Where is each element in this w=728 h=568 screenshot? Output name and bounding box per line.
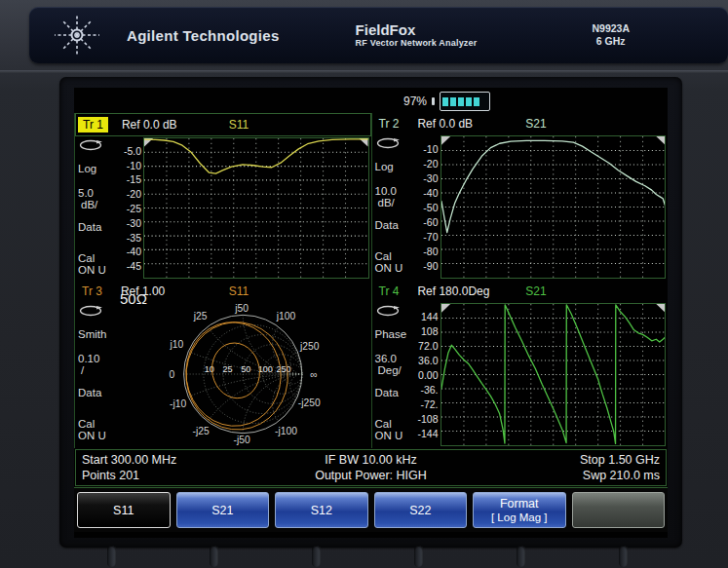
svg-text:-j50: -j50	[233, 435, 249, 445]
top-branding-plate: Agilent Technologies FieldFox RF Vector …	[29, 7, 728, 63]
softkey-format[interactable]: Format [ Log Mag ]	[473, 492, 566, 528]
trace3-scale-unit: /	[78, 364, 117, 376]
trace2-ref-level: Ref 0.0 dB	[417, 117, 473, 131]
battery-icon	[440, 92, 490, 111]
trace3-cal-label: Cal	[78, 418, 117, 430]
knob-icon	[79, 139, 117, 153]
trace2-scale-value: 10.0	[375, 185, 414, 197]
svg-text:j25: j25	[193, 311, 208, 322]
bezel-groove	[107, 546, 116, 567]
lcd-screen: 97% Tr 1 Ref 0.0 dB S11 Log 5.0 dB/	[74, 88, 668, 538]
softkey-s22[interactable]: S22	[374, 492, 468, 528]
trace2-sparam: S21	[525, 117, 546, 131]
battery-nub	[432, 97, 435, 105]
trace1-plot	[143, 137, 369, 279]
trace2-plot	[441, 135, 667, 279]
trace2-cal-status: ON U	[375, 262, 414, 274]
trace4-cal-status: ON U	[375, 430, 414, 441]
softkey-s21[interactable]: S21	[176, 492, 270, 528]
bezel-groove	[414, 546, 423, 567]
stop-frequency: Stop 1.50 GHz	[467, 452, 660, 468]
trace1-ref-level: Ref 0.0 dB	[122, 118, 177, 132]
svg-text:-j25: -j25	[193, 426, 210, 436]
output-power: Output Power: HIGH	[275, 468, 468, 483]
trace2-quadrant: Tr 2 Ref 0.0 dB S21 Log 10.0 dB/ Data Ca…	[371, 113, 669, 281]
knob-icon	[79, 305, 117, 319]
trace2-y-axis: -10-20-30-40-50-60-70-80-90	[414, 134, 441, 281]
svg-text:0: 0	[170, 369, 175, 380]
trace4-y-axis: 14410872.036.00.00-36.-72.-108-144	[414, 302, 441, 448]
trace3-chip: Tr 3	[77, 284, 107, 299]
sweep-time: Swp 210.0 ms	[467, 468, 660, 483]
trace4-format-label: Phase	[375, 328, 414, 340]
softkey-s11[interactable]: S11	[77, 492, 171, 528]
svg-text:250: 250	[277, 364, 291, 374]
trace3-scale-value: 0.10	[78, 353, 117, 364]
start-frequency: Start 300.00 MHz	[82, 452, 275, 468]
trace2-cal-label: Cal	[375, 250, 414, 262]
trace1-chip: Tr 1	[78, 117, 108, 133]
battery-indicator: 97%	[403, 92, 490, 111]
trace1-y-axis: -5.0-10-15-20-25-30-35-40-45	[117, 136, 143, 281]
status-right: Stop 1.50 GHz Swp 210.0 ms	[467, 452, 660, 483]
svg-text:-j10: -j10	[170, 398, 186, 409]
bezel-groove	[210, 546, 218, 567]
trace3-smith-chart: j10j25j50j100j2500∞-j10-j25-j50-j100-j25…	[117, 302, 369, 446]
trace3-system-impedance: 50Ω	[120, 290, 147, 307]
trace4-ref-level: Ref 180.0Deg	[417, 284, 489, 298]
trace1-controls: Log 5.0 dB/ Data Cal ON U	[75, 136, 117, 281]
trace4-scale-unit: Deg/	[375, 364, 414, 376]
softkey-blank[interactable]	[572, 492, 666, 528]
svg-text:j100: j100	[276, 311, 296, 322]
trace4-plot	[441, 303, 667, 446]
svg-text:∞: ∞	[310, 369, 317, 380]
brand-name: Agilent Technologies	[127, 27, 280, 44]
trace-quadrants: Tr 1 Ref 0.0 dB S11 Log 5.0 dB/ Data Cal…	[74, 113, 668, 448]
softkey-bar: S11 S21 S12 S22 Format [ Log Mag ]	[74, 487, 668, 532]
trace1-scale-unit: dB/	[78, 199, 117, 210]
svg-text:j10: j10	[169, 339, 183, 350]
product-name-block: FieldFox RF Vector Network Analyzer	[356, 21, 478, 49]
battery-percent: 97%	[403, 95, 427, 108]
agilent-starburst-icon	[45, 11, 109, 59]
trace1-cal-label: Cal	[78, 252, 117, 264]
knob-icon	[376, 137, 414, 151]
product-subtitle: RF Vector Network Analyzer	[356, 38, 478, 48]
trace4-sparam: S21	[525, 284, 546, 298]
trace3-format-label: Smith	[78, 328, 117, 340]
knob-icon	[376, 305, 414, 319]
model-number: N9923A	[592, 22, 630, 35]
trace2-scale-unit: dB/	[375, 197, 414, 208]
trace4-scale-value: 36.0	[375, 353, 414, 364]
points-count: Points 201	[82, 468, 275, 483]
model-frequency: 6 GHz	[592, 35, 630, 48]
trace2-chip: Tr 2	[374, 116, 404, 132]
svg-text:100: 100	[258, 364, 273, 374]
trace1-cal-status: ON U	[78, 264, 117, 276]
trace4-chip: Tr 4	[374, 284, 404, 299]
model-block: N9923A 6 GHz	[592, 22, 630, 47]
softkey-s12[interactable]: S12	[275, 492, 368, 528]
trace1-data-label: Data	[78, 221, 117, 233]
trace1-header: Tr 1 Ref 0.0 dB S11	[75, 113, 371, 136]
trace1-sparam: S11	[229, 118, 249, 132]
trace3-controls: Smith 0.10 / Data Cal ON U	[75, 302, 117, 448]
bezel-groove	[619, 546, 628, 567]
if-bandwidth: IF BW 10.00 kHz	[275, 452, 468, 468]
system-bar: 97%	[74, 88, 668, 113]
trace3-cal-status: ON U	[78, 430, 117, 441]
svg-text:-j250: -j250	[298, 398, 321, 408]
trace4-controls: Phase 36.0 Deg/ Data Cal ON U	[372, 302, 414, 448]
bezel-groove	[312, 546, 321, 567]
sweep-status-bar: Start 300.00 MHz Points 201 IF BW 10.00 …	[75, 449, 667, 486]
product-name: FieldFox	[356, 21, 478, 38]
svg-text:-j100: -j100	[275, 426, 297, 436]
svg-text:j50: j50	[234, 303, 249, 314]
trace2-format-label: Log	[375, 161, 414, 172]
trace1-format-label: Log	[78, 163, 117, 174]
svg-text:10: 10	[205, 364, 214, 374]
trace3-sparam: S11	[229, 284, 249, 298]
status-left: Start 300.00 MHz Points 201	[82, 452, 275, 483]
svg-text:25: 25	[222, 364, 232, 374]
trace1-quadrant: Tr 1 Ref 0.0 dB S11 Log 5.0 dB/ Data Cal…	[74, 113, 371, 281]
